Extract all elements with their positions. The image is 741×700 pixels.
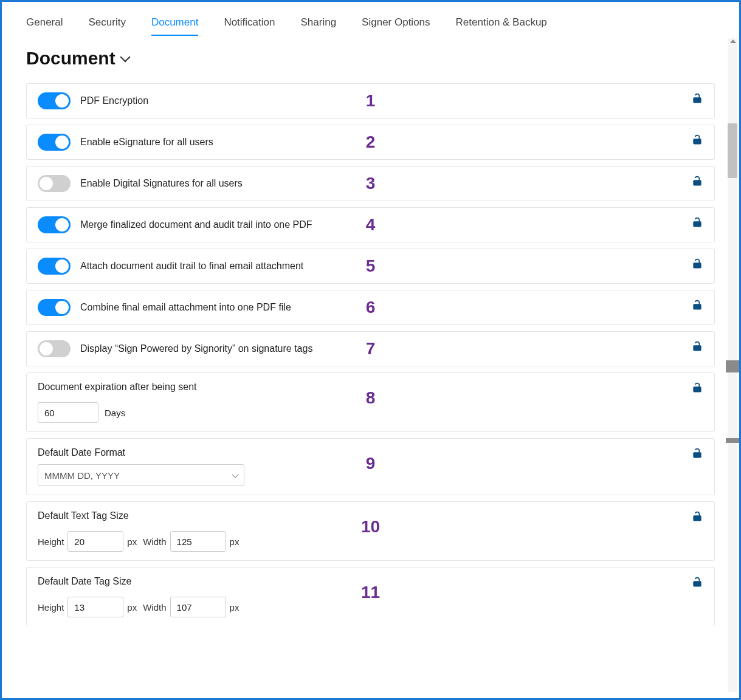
px-label: px [127, 537, 137, 547]
row-attach-audit-trail: Attach document audit trail to final ema… [26, 249, 715, 284]
row-number: 1 [366, 91, 376, 111]
toggle-display-powered-by[interactable] [38, 340, 71, 357]
text-tag-width-input[interactable] [170, 531, 226, 552]
scrollbar-thumb[interactable] [728, 123, 737, 178]
tabs-bar: General Security Document Notification S… [26, 14, 715, 36]
row-enable-esignature: Enable eSignature for all users 2 [26, 125, 715, 160]
row-merge-audit-trail: Merge finalized document and audit trail… [26, 207, 715, 242]
lock-icon[interactable] [691, 92, 703, 105]
row-label: Enable Digital Signatures for all users [80, 178, 243, 189]
text-tag-height-input[interactable] [67, 531, 123, 552]
row-number: 7 [366, 339, 376, 359]
tab-signer-options[interactable]: Signer Options [362, 14, 430, 36]
row-number: 10 [361, 517, 380, 537]
expiration-unit: Days [105, 408, 125, 418]
date-tag-width-input[interactable] [170, 597, 226, 617]
row-number: 8 [366, 388, 376, 408]
page-title-text: Document [26, 48, 115, 69]
toggle-pdf-encryption[interactable] [38, 92, 71, 109]
row-label: Combine final email attachment into one … [80, 302, 291, 313]
row-pdf-encryption: PDF Encryption 1 [26, 83, 715, 118]
row-label: Enable eSignature for all users [80, 137, 213, 148]
px-label: px [230, 602, 240, 612]
row-digital-signatures: Enable Digital Signatures for all users … [26, 166, 715, 201]
tab-document[interactable]: Document [151, 14, 198, 36]
tab-notification[interactable]: Notification [224, 14, 275, 36]
row-number: 4 [366, 215, 376, 235]
lock-icon[interactable] [691, 299, 703, 311]
width-label: Width [143, 537, 166, 547]
lock-icon[interactable] [691, 258, 703, 270]
chevron-down-icon [232, 471, 238, 478]
toggle-merge-audit-trail[interactable] [38, 216, 71, 233]
row-text-tag-size: Default Text Tag Size Height px Width px… [26, 501, 715, 561]
date-tag-label: Default Date Tag Size [38, 576, 131, 587]
row-number: 6 [366, 298, 376, 317]
page-title[interactable]: Document [26, 48, 715, 69]
row-display-powered-by: Display “Sign Powered by Signority” on s… [26, 331, 715, 366]
toggle-attach-audit-trail[interactable] [38, 258, 71, 275]
toggle-digital-signatures[interactable] [38, 175, 71, 192]
lock-icon[interactable] [691, 340, 703, 352]
row-number: 3 [366, 174, 376, 193]
row-number: 9 [366, 454, 376, 473]
row-expiration: Document expiration after being sent Day… [26, 372, 715, 432]
px-label: px [230, 537, 240, 547]
row-combine-final-email: Combine final email attachment into one … [26, 290, 715, 325]
scrollbar-mark [726, 438, 739, 443]
expiration-input[interactable] [38, 402, 98, 423]
text-tag-label: Default Text Tag Size [38, 510, 129, 521]
lock-icon[interactable] [691, 576, 703, 588]
row-label: Attach document audit trail to final ema… [80, 261, 303, 272]
lock-icon[interactable] [691, 175, 703, 187]
lock-icon[interactable] [691, 216, 703, 228]
row-number: 11 [361, 583, 380, 602]
toggle-enable-esignature[interactable] [38, 134, 71, 151]
px-label: px [127, 602, 137, 612]
lock-icon[interactable] [691, 134, 703, 146]
width-label: Width [143, 602, 166, 612]
row-number: 5 [366, 256, 376, 276]
date-format-select[interactable]: MMMM DD, YYYY [38, 464, 244, 486]
date-format-value: MMMM DD, YYYY [44, 470, 120, 481]
row-date-format: Default Date Format MMMM DD, YYYY 9 [26, 438, 715, 495]
row-label: PDF Encryption [80, 95, 148, 106]
chevron-down-icon [120, 52, 130, 63]
row-label: Display “Sign Powered by Signority” on s… [80, 343, 312, 354]
tab-retention-backup[interactable]: Retention & Backup [456, 14, 547, 36]
date-format-label: Default Date Format [38, 447, 125, 458]
date-tag-height-input[interactable] [67, 597, 123, 617]
scrollbar-mark [726, 360, 739, 372]
row-number: 2 [366, 132, 376, 152]
expiration-label: Document expiration after being sent [38, 382, 196, 393]
scroll-up-icon[interactable] [730, 39, 736, 43]
height-label: Height [38, 537, 64, 547]
tab-security[interactable]: Security [88, 14, 125, 36]
row-date-tag-size: Default Date Tag Size Height px Width px… [26, 567, 715, 626]
height-label: Height [38, 602, 64, 612]
tab-general[interactable]: General [26, 14, 63, 36]
lock-icon[interactable] [691, 447, 703, 459]
lock-icon[interactable] [691, 382, 703, 394]
row-label: Merge finalized document and audit trail… [80, 219, 312, 230]
lock-icon[interactable] [691, 510, 703, 523]
toggle-combine-final-email[interactable] [38, 299, 71, 316]
tab-sharing[interactable]: Sharing [301, 14, 337, 36]
